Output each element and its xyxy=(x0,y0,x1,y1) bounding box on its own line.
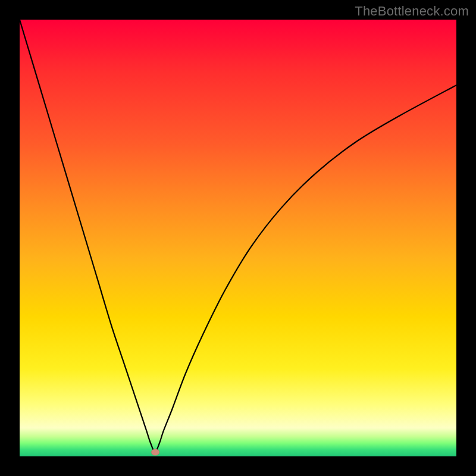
plot-area xyxy=(20,20,456,456)
curve-line xyxy=(20,20,456,456)
bottleneck-marker xyxy=(151,449,159,455)
chart-frame: TheBottleneck.com xyxy=(0,0,476,476)
watermark-text: TheBottleneck.com xyxy=(355,4,469,19)
